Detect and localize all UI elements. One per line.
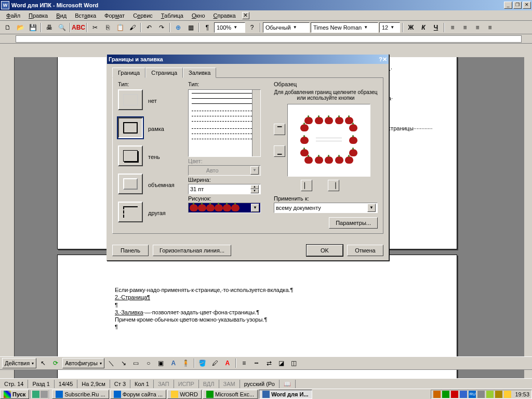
cancel-button[interactable]: Отмена	[347, 245, 383, 256]
menu-tools[interactable]: Сервис	[129, 11, 157, 20]
setting-none[interactable]	[118, 89, 143, 110]
border-right-toggle[interactable]: ▕	[328, 180, 339, 191]
status-spellcheck-icon[interactable]: 📖	[280, 380, 296, 388]
clipart-button[interactable]: 🧍	[180, 357, 192, 369]
textbox-button[interactable]: ▣	[155, 357, 167, 369]
menu-format[interactable]: Формат	[100, 11, 129, 20]
actions-menu[interactable]: Действия▾	[2, 358, 36, 368]
menu-file[interactable]: Файл	[2, 11, 24, 20]
border-top-toggle[interactable]: ▔	[274, 124, 285, 135]
spell-button[interactable]: ABC	[73, 22, 84, 33]
size-combo[interactable]: 12▼	[379, 22, 400, 33]
tray-icon[interactable]	[433, 391, 441, 398]
italic-button[interactable]: К	[418, 22, 429, 33]
taskbar-item[interactable]: Subscribe.Ru ...	[52, 390, 109, 399]
menu-view[interactable]: Вид	[52, 11, 71, 20]
font-color-button[interactable]: A	[222, 357, 233, 369]
arrow-style-button[interactable]: ⇄	[263, 357, 275, 369]
print-button[interactable]: 🖶	[44, 22, 55, 33]
style-scrollbar[interactable]	[252, 90, 260, 156]
menu-table[interactable]: Таблица	[157, 11, 188, 20]
dialog-titlebar[interactable]: Границы и заливка ? ✕	[107, 55, 389, 64]
pilcrow-button[interactable]: ¶	[202, 22, 213, 33]
rectangle-button[interactable]: ▭	[130, 357, 142, 369]
tray-volume-icon[interactable]	[504, 391, 511, 398]
fill-color-button[interactable]: 🪣	[197, 357, 208, 369]
start-button[interactable]: Пуск	[0, 390, 29, 399]
quicklaunch-icon[interactable]	[32, 391, 39, 398]
arrow-button[interactable]: ↘	[118, 357, 129, 369]
panel-button[interactable]: Панель	[112, 245, 149, 256]
tab-border[interactable]: Граница	[112, 68, 145, 78]
vertical-scrollbar[interactable]	[524, 57, 532, 378]
oval-button[interactable]: ○	[143, 357, 154, 369]
align-justify-button[interactable]: ≡	[484, 22, 496, 33]
style-listbox[interactable]	[188, 89, 261, 157]
tray-icon[interactable]	[451, 391, 458, 398]
wordart-button[interactable]: A	[168, 357, 179, 369]
save-button[interactable]: 💾	[27, 22, 38, 33]
align-center-button[interactable]: ≡	[459, 22, 471, 33]
line-button[interactable]: ＼	[105, 357, 117, 369]
menu-help[interactable]: Справка	[209, 11, 240, 20]
status-ext[interactable]: ВДЛ	[199, 380, 219, 388]
clock[interactable]: 19:53	[515, 391, 529, 397]
status-lang[interactable]: русский (Ро	[240, 380, 280, 388]
art-combo[interactable]: ▼	[188, 203, 261, 213]
quicklaunch-icon[interactable]	[41, 391, 48, 398]
tray-lang-icon[interactable]: RU	[469, 391, 476, 398]
close-button[interactable]: ✕	[523, 2, 531, 9]
style-combo[interactable]: Обычный▼	[263, 22, 310, 33]
setting-custom[interactable]	[118, 202, 143, 222]
underline-button[interactable]: Ч	[430, 22, 442, 33]
align-left-button[interactable]: ≡	[447, 22, 458, 33]
dialog-close-button[interactable]: ✕	[382, 56, 387, 63]
mdi-close-button[interactable]: ✕	[242, 12, 249, 19]
align-right-button[interactable]: ≡	[472, 22, 483, 33]
setting-3d[interactable]	[118, 174, 143, 194]
menu-insert[interactable]: Вставка	[71, 11, 100, 20]
setting-box[interactable]	[118, 117, 143, 138]
select-objects-button[interactable]: ↖	[37, 357, 49, 369]
hline-button[interactable]: Горизонтальная линия...	[153, 245, 231, 256]
status-ovr[interactable]: ЗАМ	[219, 380, 240, 388]
preview-button[interactable]: 🔍	[56, 22, 68, 33]
tables-button[interactable]: ▦	[185, 22, 196, 33]
taskbar-item[interactable]: Microsoft Exc...	[203, 390, 258, 399]
rotate-button[interactable]: ⟳	[50, 357, 61, 369]
dash-style-button[interactable]: ┅	[251, 357, 262, 369]
setting-shadow[interactable]	[118, 145, 143, 166]
tray-icon[interactable]	[495, 391, 502, 398]
menu-window[interactable]: Окно	[188, 11, 209, 20]
copy-button[interactable]: ⎘	[102, 22, 113, 33]
new-button[interactable]: 🗋	[2, 22, 14, 33]
font-combo[interactable]: Times New Roman▼	[311, 22, 378, 33]
maximize-button[interactable]: ❐	[513, 2, 522, 9]
3d-button[interactable]: ◫	[288, 357, 300, 369]
format-painter-button[interactable]: 🖌	[127, 22, 138, 33]
width-spinner[interactable]: 31 пт▲▼	[188, 184, 261, 194]
redo-button[interactable]: ↷	[156, 22, 167, 33]
tray-icon[interactable]	[477, 391, 485, 398]
cut-button[interactable]: ✂	[89, 22, 101, 33]
paste-button[interactable]: 📋	[114, 22, 126, 33]
hyperlink-button[interactable]: ⊕	[172, 22, 184, 33]
bold-button[interactable]: Ж	[405, 22, 417, 33]
taskbar-item-active[interactable]: Word для И...	[259, 390, 312, 399]
open-button[interactable]: 📂	[15, 22, 26, 33]
taskbar-item[interactable]: WORD	[167, 390, 202, 399]
status-trk[interactable]: ИСПР	[174, 380, 199, 388]
tab-shading[interactable]: Заливка	[183, 68, 216, 78]
taskbar-item[interactable]: Форум сайта ...	[110, 390, 167, 399]
autoshapes-menu[interactable]: Автофигуры▾	[62, 358, 104, 368]
tray-icon[interactable]	[486, 391, 494, 398]
tray-icon[interactable]	[460, 391, 467, 398]
border-left-toggle[interactable]: ▏	[301, 180, 312, 191]
menu-edit[interactable]: Правка	[24, 11, 52, 20]
line-style-button[interactable]: ≡	[238, 357, 250, 369]
minimize-button[interactable]: _	[504, 2, 512, 9]
horizontal-ruler[interactable]	[0, 34, 532, 44]
options-button[interactable]: Параметры...	[329, 217, 378, 229]
zoom-combo[interactable]: 100%▼	[214, 22, 245, 33]
dialog-help-button[interactable]: ?	[379, 56, 382, 62]
